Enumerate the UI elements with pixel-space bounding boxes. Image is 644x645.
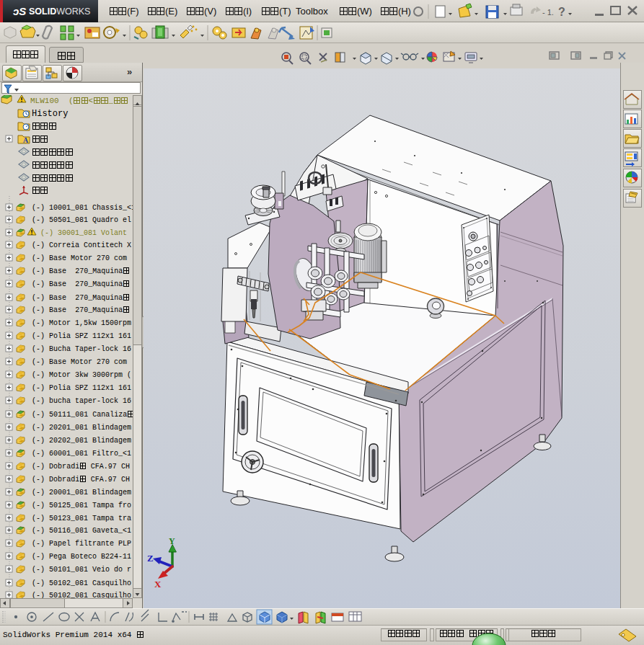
svg-text:Z: Z <box>147 553 154 564</box>
svg-text:X: X <box>154 579 162 587</box>
svg-text:Y: Y <box>169 537 175 546</box>
